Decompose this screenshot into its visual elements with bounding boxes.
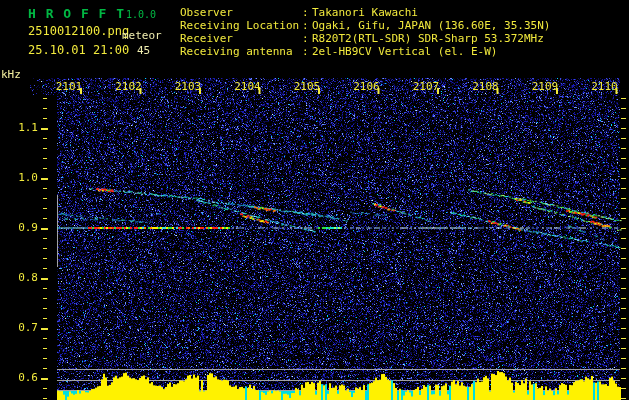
freq-tick-label: 0.7 (0, 321, 38, 334)
info-row-location: Receiving Location:Ogaki, Gifu, JAPAN (1… (180, 19, 550, 32)
freq-tick-label: 0.6 (0, 371, 38, 384)
output-filename: 2510012100.png (28, 24, 129, 38)
info-label: Receiving antenna (180, 45, 302, 58)
info-value: 2el-HB9CV Vertical (el. E-W) (312, 45, 497, 58)
echo-count: 45 (137, 44, 150, 57)
freq-tick-label: 1.0 (0, 171, 38, 184)
time-tick-label: 2106 (349, 80, 385, 93)
info-value: Ogaki, Gifu, JAPAN (136.60E, 35.35N) (312, 19, 550, 32)
freq-axis-unit: kHz (1, 68, 21, 81)
datetime-label: 25.10.01 21:00 (28, 43, 129, 57)
time-tick-label: 2109 (527, 80, 563, 93)
info-label: Observer (180, 6, 302, 19)
time-tick-label: 2110 (587, 80, 623, 93)
info-value: Takanori Kawachi (312, 6, 418, 19)
freq-tick-label: 0.9 (0, 221, 38, 234)
time-tick-label: 2107 (408, 80, 444, 93)
info-label: Receiving Location (180, 19, 302, 32)
info-separator: : (302, 6, 312, 19)
time-tick-label: 2102 (111, 80, 147, 93)
app-title: H R O F F T (28, 6, 125, 21)
time-tick-label: 2103 (170, 80, 206, 93)
info-separator: : (302, 45, 312, 58)
time-tick-label: 2104 (230, 80, 266, 93)
info-value: R820T2(RTL-SDR) SDR-Sharp 53.372MHz (312, 32, 544, 45)
time-tick-label: 2105 (289, 80, 325, 93)
spectrogram-canvas (0, 0, 629, 400)
app-version: 1.0.0 (126, 9, 156, 20)
info-separator: : (302, 32, 312, 45)
time-tick-label: 2101 (51, 80, 87, 93)
info-row-receiver: Receiver:R820T2(RTL-SDR) SDR-Sharp 53.37… (180, 32, 544, 45)
info-label: Receiver (180, 32, 302, 45)
freq-tick-label: 1.1 (0, 121, 38, 134)
freq-tick-label: 0.8 (0, 271, 38, 284)
time-tick-label: 2108 (468, 80, 504, 93)
mode-label: meteor (122, 29, 162, 42)
hrofft-window: { "app": { "title_letters": "H R O F F T… (0, 0, 629, 400)
info-separator: : (302, 19, 312, 32)
info-row-observer: Observer:Takanori Kawachi (180, 6, 418, 19)
info-row-antenna: Receiving antenna:2el-HB9CV Vertical (el… (180, 45, 497, 58)
